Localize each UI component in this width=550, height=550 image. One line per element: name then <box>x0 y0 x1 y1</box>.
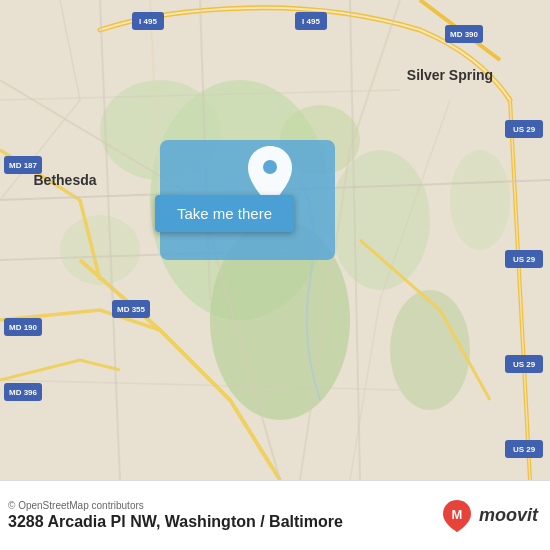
svg-text:US 29: US 29 <box>513 445 536 454</box>
footer-left: © OpenStreetMap contributors 3288 Arcadi… <box>8 500 343 531</box>
svg-text:MD 355: MD 355 <box>117 305 146 314</box>
svg-text:Silver Spring: Silver Spring <box>407 67 493 83</box>
svg-text:Bethesda: Bethesda <box>33 172 96 188</box>
svg-text:I 495: I 495 <box>139 17 157 26</box>
svg-text:MD 190: MD 190 <box>9 323 38 332</box>
svg-text:MD 390: MD 390 <box>450 30 479 39</box>
location-address: 3288 Arcadia Pl NW, Washington / Baltimo… <box>8 513 343 531</box>
svg-point-34 <box>263 160 277 174</box>
svg-text:US 29: US 29 <box>513 255 536 264</box>
svg-point-5 <box>390 290 470 410</box>
moovit-brand-text: moovit <box>479 505 538 526</box>
svg-text:MD 187: MD 187 <box>9 161 38 170</box>
openstreetmap-attribution: © OpenStreetMap contributors <box>8 500 343 511</box>
map-container: I 495 I 495 MD 390 US 29 US 29 US 29 US … <box>0 0 550 480</box>
svg-text:US 29: US 29 <box>513 360 536 369</box>
svg-point-4 <box>330 150 430 290</box>
svg-text:I 495: I 495 <box>302 17 320 26</box>
svg-text:M: M <box>452 507 463 522</box>
svg-point-6 <box>450 150 510 250</box>
moovit-icon: M <box>439 498 475 534</box>
map-svg: I 495 I 495 MD 390 US 29 US 29 US 29 US … <box>0 0 550 480</box>
svg-text:US 29: US 29 <box>513 125 536 134</box>
moovit-logo[interactable]: M moovit <box>439 498 538 534</box>
svg-text:MD 396: MD 396 <box>9 388 38 397</box>
button-overlay: Take me there <box>155 195 294 232</box>
footer: © OpenStreetMap contributors 3288 Arcadi… <box>0 480 550 550</box>
take-me-there-button[interactable]: Take me there <box>155 195 294 232</box>
